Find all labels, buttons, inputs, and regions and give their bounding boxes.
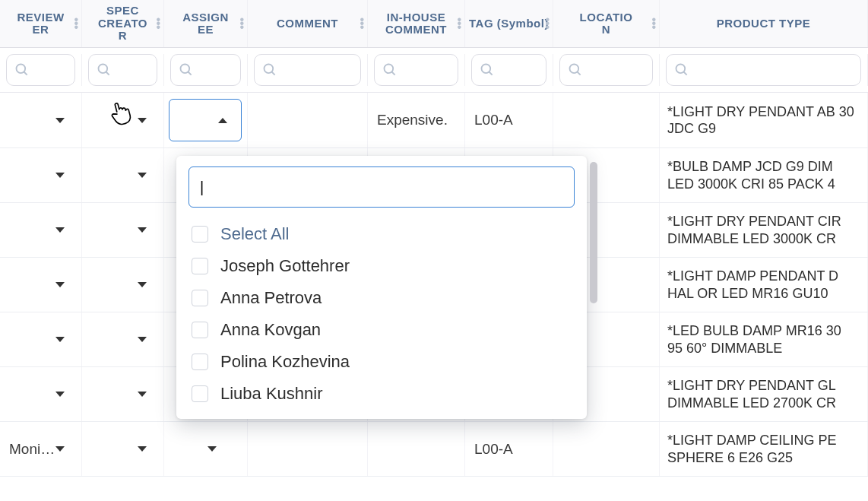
checkbox[interactable]	[192, 322, 208, 338]
option-label: Anna Kovgan	[220, 320, 321, 340]
cell-reviewer[interactable]: Monica...	[0, 422, 82, 476]
cell-spec-creator[interactable]	[82, 203, 164, 257]
col-header-label: TAG (Symbol)	[469, 17, 549, 30]
cell-product-type[interactable]: *LED BULB DAMP MR16 30 95 60° DIMMABLE	[660, 312, 868, 366]
cell-tag[interactable]: L00-A	[465, 93, 553, 147]
chevron-down-icon[interactable]	[138, 446, 147, 452]
kebab-menu-icon[interactable]: •••	[651, 18, 656, 30]
chevron-down-icon[interactable]	[55, 392, 65, 397]
col-header-location[interactable]: LOCATIO N •••	[553, 0, 660, 47]
svg-point-0	[17, 65, 26, 74]
chevron-down-icon[interactable]	[138, 227, 147, 233]
chevron-down-icon[interactable]	[138, 173, 147, 178]
cell-spec-creator[interactable]	[82, 148, 164, 202]
cell-reviewer[interactable]	[0, 148, 82, 202]
cell-comment[interactable]	[248, 93, 368, 147]
col-header-product-type[interactable]: PRODUCT TYPE	[660, 0, 868, 47]
option-label: Select All	[220, 224, 290, 244]
kebab-menu-icon[interactable]: •••	[457, 18, 461, 30]
chevron-down-icon[interactable]	[138, 337, 147, 342]
assignee-dropdown-open[interactable]	[169, 99, 242, 141]
checkbox[interactable]	[192, 258, 208, 274]
cell-product-type[interactable]: *LIGHT DRY PENDANT AB 30 JDC G9	[660, 93, 868, 147]
col-header-reviewer[interactable]: REVIEW ER •••	[0, 0, 82, 47]
col-header-label: IN-HOUSE COMMENT	[371, 11, 461, 36]
checkbox[interactable]	[192, 385, 208, 402]
kebab-menu-icon[interactable]: •••	[74, 18, 78, 30]
search-icon	[14, 62, 30, 78]
chevron-down-icon[interactable]	[55, 118, 65, 123]
chevron-down-icon[interactable]	[55, 282, 65, 287]
filter-reviewer[interactable]	[6, 54, 75, 86]
cell-in-house-comment[interactable]	[368, 422, 465, 476]
checkbox[interactable]	[192, 226, 208, 243]
filter-spec-creator[interactable]	[88, 54, 157, 86]
cell-location[interactable]	[553, 93, 660, 147]
assignee-option-select-all[interactable]: Select All	[188, 218, 575, 250]
svg-point-10	[482, 65, 491, 74]
scrollbar-thumb[interactable]	[590, 162, 597, 303]
col-header-assignee[interactable]: ASSIGN EE •••	[164, 0, 248, 47]
cell-reviewer[interactable]	[0, 258, 82, 312]
cell-assignee[interactable]	[164, 422, 248, 476]
cell-spec-creator[interactable]	[82, 422, 164, 476]
svg-line-3	[106, 72, 109, 75]
cell-in-house-comment[interactable]: Expensive.	[368, 93, 465, 147]
kebab-menu-icon[interactable]: •••	[156, 18, 160, 30]
chevron-down-icon[interactable]	[55, 446, 65, 452]
svg-line-11	[489, 72, 493, 75]
col-header-in-house-comment[interactable]: IN-HOUSE COMMENT •••	[368, 0, 465, 47]
column-header-row: REVIEW ER ••• SPEC CREATO R ••• ASSIGN E…	[0, 0, 868, 48]
cell-assignee[interactable]	[164, 93, 248, 147]
checkbox[interactable]	[192, 290, 208, 306]
chevron-down-icon[interactable]	[138, 392, 147, 397]
kebab-menu-icon[interactable]: •••	[239, 18, 244, 30]
chevron-down-icon[interactable]	[138, 118, 147, 123]
cell-product-type[interactable]: *LIGHT DAMP PENDANT D HAL OR LED MR16 GU…	[660, 258, 868, 312]
assignee-option[interactable]: Liuba Kushnir	[188, 378, 575, 410]
cell-product-type[interactable]: *BULB DAMP JCD G9 DIM LED 3000K CRI 85 P…	[660, 148, 868, 202]
chevron-down-icon[interactable]	[55, 337, 65, 342]
filter-product-type[interactable]	[666, 54, 861, 86]
chevron-up-icon[interactable]	[218, 118, 227, 123]
chevron-down-icon[interactable]	[55, 227, 65, 233]
chevron-down-icon[interactable]	[138, 282, 147, 287]
cell-spec-creator[interactable]	[82, 93, 164, 147]
checkbox[interactable]	[192, 354, 208, 370]
cell-product-type[interactable]: *LIGHT DRY PENDANT CIR DIMMABLE LED 3000…	[660, 203, 868, 257]
cell-reviewer[interactable]	[0, 93, 82, 147]
filter-location[interactable]	[559, 54, 653, 86]
chevron-down-icon[interactable]	[55, 173, 65, 178]
reviewer-value: Monica...	[9, 441, 55, 458]
cell-location[interactable]	[553, 422, 660, 476]
col-header-tag[interactable]: TAG (Symbol) •••	[465, 0, 553, 47]
svg-point-14	[676, 65, 686, 74]
table-row: Expensive.L00-A*LIGHT DRY PENDANT AB 30 …	[0, 93, 868, 148]
assignee-option[interactable]: Polina Kozhevina	[188, 346, 575, 378]
col-header-comment[interactable]: COMMENT •••	[248, 0, 368, 47]
cell-tag[interactable]: L00-A	[465, 422, 553, 476]
cell-spec-creator[interactable]	[82, 258, 164, 312]
cell-reviewer[interactable]	[0, 312, 82, 366]
kebab-menu-icon[interactable]: •••	[545, 18, 550, 30]
cell-spec-creator[interactable]	[82, 312, 164, 366]
kebab-menu-icon[interactable]: •••	[360, 18, 364, 30]
chevron-down-icon[interactable]	[207, 446, 217, 452]
assignee-option[interactable]: Joseph Gottehrer	[188, 250, 575, 282]
filter-in-house[interactable]	[374, 54, 458, 86]
search-icon	[674, 62, 689, 78]
filter-assignee[interactable]	[170, 54, 241, 86]
cell-reviewer[interactable]	[0, 203, 82, 257]
cell-comment[interactable]	[248, 422, 368, 476]
filter-comment[interactable]	[254, 54, 361, 86]
cell-spec-creator[interactable]	[82, 367, 164, 421]
search-icon	[382, 62, 398, 78]
filter-tag[interactable]	[471, 54, 546, 86]
cell-product-type[interactable]: *LIGHT DAMP CEILING PE SPHERE 6 E26 G25	[660, 422, 868, 476]
assignee-option[interactable]: Anna Petrova	[188, 282, 575, 314]
assignee-search-input[interactable]	[188, 166, 575, 208]
cell-product-type[interactable]: *LIGHT DRY PENDANT GL DIMMABLE LED 2700K…	[660, 367, 868, 421]
cell-reviewer[interactable]	[0, 367, 82, 421]
col-header-spec-creator[interactable]: SPEC CREATO R •••	[82, 0, 164, 47]
assignee-option[interactable]: Anna Kovgan	[188, 314, 575, 346]
